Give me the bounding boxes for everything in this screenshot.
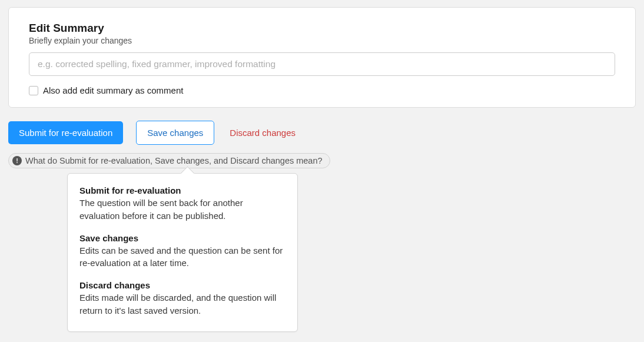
submit-re-evaluation-button[interactable]: Submit for re-evaluation <box>8 121 123 144</box>
tooltip-section-discard: Discard changes Edits made will be disca… <box>79 280 286 317</box>
help-pill-text: What do Submit for re-evaluation, Save c… <box>25 156 323 165</box>
edit-summary-card: Edit Summary Briefly explain your change… <box>8 7 636 108</box>
tooltip-section-save: Save changes Edits can be saved and the … <box>79 233 286 270</box>
tooltip-body: Edits can be saved and the question can … <box>79 244 286 270</box>
info-icon: ! <box>12 156 22 165</box>
tooltip-body: The question will be sent back for anoth… <box>79 197 286 223</box>
add-comment-checkbox[interactable] <box>29 86 38 95</box>
tooltip-title: Discard changes <box>79 280 286 290</box>
edit-summary-input[interactable] <box>29 52 615 76</box>
discard-changes-button[interactable]: Discard changes <box>227 121 298 144</box>
help-tooltip: Submit for re-evaluation The question wi… <box>67 173 298 332</box>
tooltip-title: Save changes <box>79 233 286 243</box>
edit-summary-subtitle: Briefly explain your changes <box>29 36 615 45</box>
tooltip-body: Edits made will be discarded, and the qu… <box>79 291 286 317</box>
add-comment-checkbox-row: Also add edit summary as comment <box>29 85 615 95</box>
help-tooltip-wrapper: Submit for re-evaluation The question wi… <box>67 173 298 332</box>
action-button-row: Submit for re-evaluation Save changes Di… <box>8 121 636 145</box>
add-comment-checkbox-label[interactable]: Also add edit summary as comment <box>43 85 183 95</box>
help-pill[interactable]: ! What do Submit for re-evaluation, Save… <box>8 153 330 168</box>
tooltip-section-submit: Submit for re-evaluation The question wi… <box>79 185 286 223</box>
save-changes-button[interactable]: Save changes <box>136 121 214 145</box>
edit-summary-title: Edit Summary <box>29 22 615 35</box>
tooltip-title: Submit for re-evaluation <box>79 185 286 195</box>
